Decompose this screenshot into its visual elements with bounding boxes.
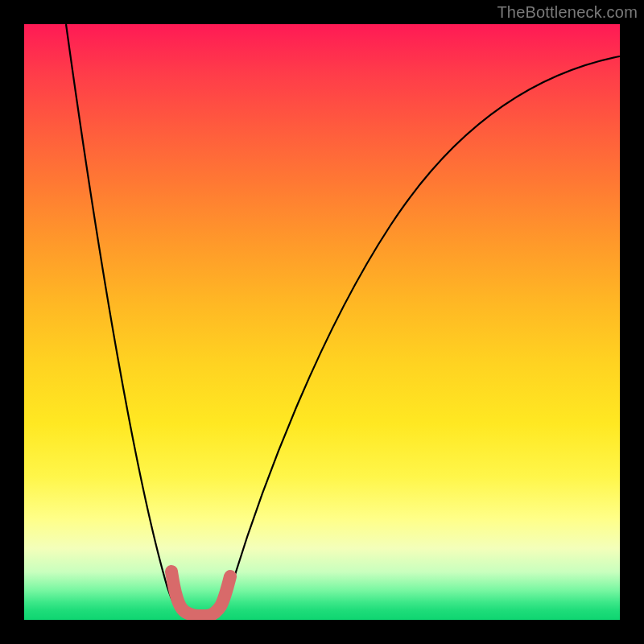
chart-curve-main: [66, 24, 620, 617]
watermark-text: TheBottleneck.com: [497, 3, 638, 22]
chart-frame: TheBottleneck.com: [0, 0, 644, 644]
chart-curve-highlight: [171, 572, 230, 616]
chart-curves: [24, 24, 620, 620]
chart-plot-area: [24, 24, 620, 620]
